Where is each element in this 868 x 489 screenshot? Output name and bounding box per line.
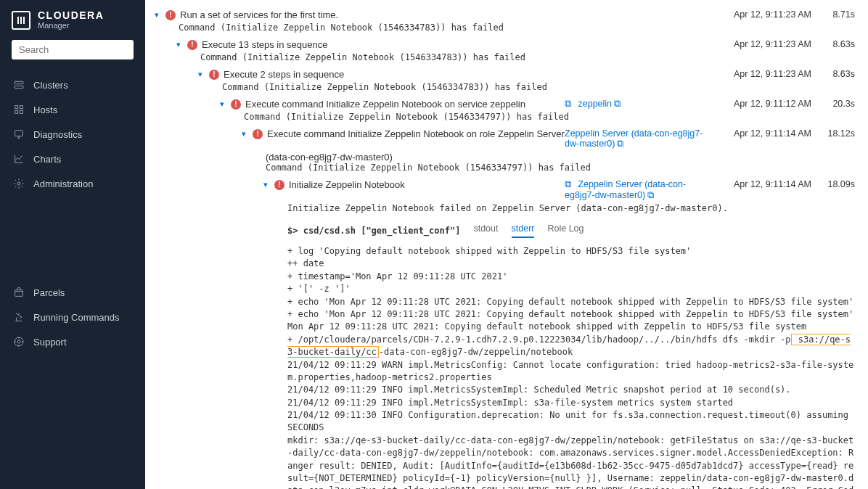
nav-running-commands[interactable]: Running Commands: [0, 305, 145, 329]
toggle-icon[interactable]: ▾: [174, 40, 183, 49]
svg-rect-4: [15, 111, 18, 114]
duration: 8.63s: [811, 69, 855, 79]
step-title: Initialize Zeppelin Notebook: [289, 179, 405, 190]
cmd-result: Command (Initialize Zeppelin Notebook (1…: [152, 163, 855, 173]
log-header: $> csd/csd.sh ["gen_client_conf"] stdout…: [152, 223, 855, 238]
nav-label: Parcels: [33, 287, 65, 298]
main-content: ▾ ! Run a set of services for the first …: [145, 0, 868, 489]
log-pre: + log 'Copying default notebook shipped …: [287, 246, 853, 345]
nav-hosts[interactable]: Hosts: [0, 97, 145, 122]
toggle-icon[interactable]: ▾: [218, 99, 226, 109]
svg-rect-6: [15, 131, 23, 136]
cmd-result: Command (Initialize Zeppelin Notebook (1…: [152, 82, 855, 92]
timestamp: Apr 12, 9:11:14 AM: [710, 128, 811, 139]
toggle-icon[interactable]: ▾: [261, 180, 270, 189]
error-icon: !: [209, 70, 219, 80]
cmd-result: Command (Initialize Zeppelin Notebook (1…: [152, 22, 855, 33]
role-link[interactable]: Zeppelin Server (data-con-eg8jg7-dw-mast…: [565, 128, 703, 149]
log-command-text: csd/csd.sh ["gen_client_conf"]: [303, 226, 461, 236]
nav-label: Clusters: [33, 80, 68, 91]
toggle-icon[interactable]: ▾: [152, 10, 161, 20]
nav-bottom: Parcels Running Commands Support: [0, 277, 145, 489]
brand-name: CLOUDERA: [38, 10, 104, 21]
timestamp: Apr 12, 9:11:23 AM: [710, 9, 811, 20]
svg-rect-5: [20, 111, 22, 114]
error-icon: !: [187, 40, 197, 50]
command-tree: ▾ ! Run a set of services for the first …: [152, 7, 855, 489]
log-command: $> csd/csd.sh ["gen_client_conf"]: [287, 226, 460, 236]
diagnostics-icon: [13, 128, 25, 140]
nav-administration[interactable]: Administration: [0, 171, 145, 196]
timestamp: Apr 12, 9:11:23 AM: [710, 39, 811, 49]
timestamp: Apr 12, 9:11:12 AM: [710, 99, 811, 109]
duration: 18.12s: [811, 128, 855, 139]
error-icon: !: [231, 99, 241, 110]
clusters-icon: [13, 79, 25, 91]
error-icon: !: [253, 129, 263, 139]
nav-label: Running Commands: [33, 312, 120, 323]
nav-label: Support: [33, 337, 67, 348]
external-link-icon: ⧉: [614, 99, 621, 109]
nav-charts[interactable]: Charts: [0, 147, 145, 171]
external-link-icon: ⧉: [647, 190, 654, 200]
running-icon: [13, 311, 25, 323]
step-title: Execute command Initialize Zeppelin Note…: [267, 128, 565, 139]
timestamp: Apr 12, 9:11:23 AM: [710, 69, 811, 79]
duration: 8.71s: [811, 9, 855, 20]
log-post: -data-con-eg8jg7-dw/zeppelin/notebook 21…: [287, 347, 853, 489]
log-output: + log 'Copying default notebook shipped …: [152, 245, 855, 489]
search-input[interactable]: [12, 40, 134, 59]
gear-icon: [13, 178, 25, 189]
error-icon: !: [274, 180, 284, 190]
step-subtitle: (data-con-eg8jg7-dw-master0): [152, 152, 855, 163]
external-link-icon: ⧉: [617, 139, 623, 149]
nav-main: Clusters Hosts Diagnostics Charts Admini…: [0, 70, 145, 277]
svg-point-10: [17, 340, 20, 343]
sidebar: CLOUDERA Manager Clusters Hosts Diagnost…: [0, 0, 145, 489]
cmd-result: Command (Initialize Zeppelin Notebook (1…: [152, 112, 855, 122]
nav-label: Hosts: [33, 104, 57, 115]
cmd-result: Initialize Zeppelin Notebook failed on Z…: [152, 203, 855, 213]
hosts-icon: [13, 104, 25, 115]
nav-label: Administration: [33, 178, 93, 189]
charts-icon: [13, 153, 25, 165]
nav-diagnostics[interactable]: Diagnostics: [0, 122, 145, 147]
svg-rect-2: [15, 106, 18, 109]
logo[interactable]: CLOUDERA Manager: [0, 0, 145, 40]
step-title: Execute 13 steps in sequence: [202, 39, 327, 50]
prompt: $>: [287, 226, 298, 236]
tab-stderr[interactable]: stderr: [512, 223, 535, 238]
support-icon: [13, 336, 25, 348]
svg-rect-1: [15, 86, 23, 89]
link-cell: ⧉ zeppelin⧉: [565, 99, 710, 110]
error-icon: !: [165, 10, 176, 20]
external-link-icon[interactable]: ⧉: [565, 99, 571, 109]
svg-point-7: [17, 182, 20, 185]
link-cell: ⧉ Zeppelin Server (data-con-eg8jg7-dw-ma…: [565, 179, 710, 201]
step-title: Run a set of services for the first time…: [180, 9, 338, 20]
nav-support[interactable]: Support: [0, 329, 145, 354]
duration: 18.09s: [811, 179, 855, 189]
svg-rect-8: [15, 290, 23, 297]
svg-rect-3: [20, 106, 22, 109]
log-tabs: stdout stderr Role Log: [473, 223, 584, 238]
nav-label: Charts: [33, 154, 61, 165]
timestamp: Apr 12, 9:11:14 AM: [710, 179, 811, 189]
toggle-icon[interactable]: ▾: [239, 129, 248, 139]
service-link[interactable]: zeppelin: [578, 99, 612, 109]
role-link[interactable]: Zeppelin Server (data-con-eg8jg7-dw-mast…: [565, 179, 686, 200]
tab-stdout[interactable]: stdout: [473, 223, 498, 238]
logo-icon: [12, 11, 30, 30]
nav-parcels[interactable]: Parcels: [0, 280, 145, 305]
nav-clusters[interactable]: Clusters: [0, 73, 145, 97]
external-link-icon[interactable]: ⧉: [565, 179, 571, 189]
step-title: Execute command Initialize Zeppelin Note…: [245, 99, 525, 110]
duration: 8.63s: [811, 39, 855, 49]
parcels-icon: [13, 287, 25, 298]
duration: 20.3s: [811, 99, 855, 109]
brand-product: Manager: [38, 21, 104, 30]
link-cell: Zeppelin Server (data-con-eg8jg7-dw-mast…: [565, 128, 710, 149]
toggle-icon[interactable]: ▾: [196, 70, 205, 79]
svg-rect-0: [15, 82, 23, 84]
tab-rolelog[interactable]: Role Log: [547, 223, 584, 238]
